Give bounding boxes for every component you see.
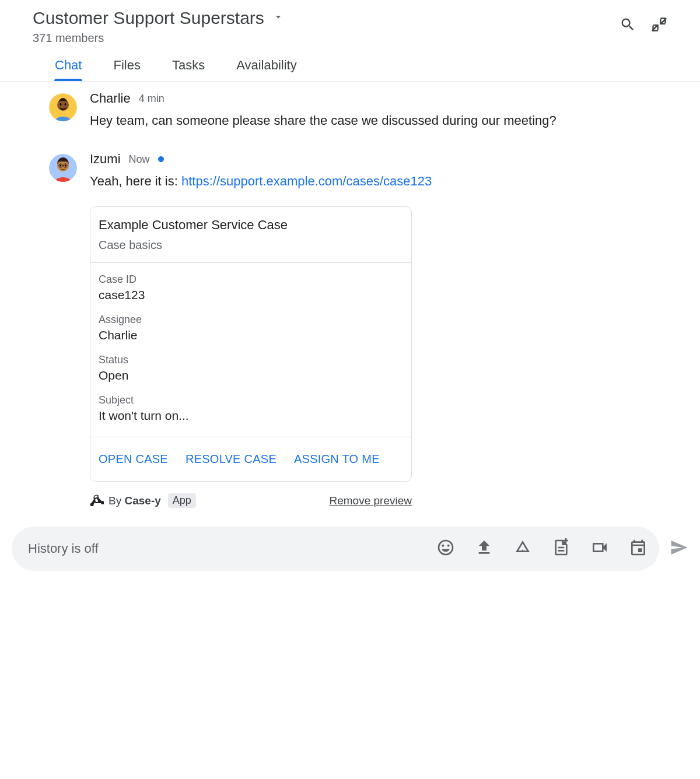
field-value: It won't turn on... <box>99 409 403 423</box>
avatar[interactable] <box>49 154 77 182</box>
card-subtitle: Case basics <box>99 238 403 252</box>
svg-point-6 <box>60 164 62 167</box>
message-list: Charlie 4 min Hey team, can someone plea… <box>0 82 700 527</box>
card-title: Example Customer Service Case <box>99 217 403 233</box>
video-call-icon[interactable] <box>590 538 609 559</box>
tab-files[interactable]: Files <box>113 58 140 81</box>
app-badge: App <box>168 493 196 508</box>
tab-availability[interactable]: Availability <box>236 58 297 81</box>
message-time: 4 min <box>139 93 164 105</box>
case-link[interactable]: https://support.example.com/cases/case12… <box>181 174 432 188</box>
by-prefix: By <box>108 494 124 507</box>
link-preview-card: Example Customer Service Case Case basic… <box>90 206 412 482</box>
calendar-icon[interactable] <box>629 538 648 559</box>
emoji-icon[interactable] <box>436 538 455 559</box>
upload-icon[interactable] <box>475 538 494 559</box>
create-doc-icon[interactable] <box>552 538 570 559</box>
svg-point-3 <box>65 103 66 106</box>
tab-tasks[interactable]: Tasks <box>172 58 205 81</box>
card-field: Subject It won't turn on... <box>99 394 403 423</box>
composer-placeholder: History is off <box>28 541 422 556</box>
member-count: 371 members <box>33 31 620 45</box>
message-time: Now <box>129 153 150 166</box>
field-value: case123 <box>99 288 403 302</box>
field-label: Subject <box>99 394 403 406</box>
message-text: Hey team, can someone please share the c… <box>90 111 603 131</box>
room-title: Customer Support Superstars <box>33 8 264 28</box>
drive-icon[interactable] <box>513 538 532 559</box>
message: Charlie 4 min Hey team, can someone plea… <box>49 91 667 131</box>
avatar[interactable] <box>49 93 77 121</box>
field-label: Status <box>99 354 403 366</box>
card-field: Case ID case123 <box>99 273 403 302</box>
open-case-button[interactable]: OPEN CASE <box>99 452 168 466</box>
card-field: Status Open <box>99 354 403 383</box>
webhook-icon <box>90 492 104 509</box>
message-author: Izumi <box>90 152 121 167</box>
assign-to-me-button[interactable]: ASSIGN TO ME <box>294 452 380 466</box>
remove-preview-link[interactable]: Remove preview <box>330 494 412 507</box>
svg-point-2 <box>60 103 62 106</box>
field-label: Assignee <box>99 314 403 326</box>
message: Izumi Now Yeah, here it is: https://supp… <box>49 152 667 509</box>
chevron-down-icon[interactable] <box>272 11 284 25</box>
room-title-row[interactable]: Customer Support Superstars <box>33 8 620 28</box>
message-author: Charlie <box>90 91 131 106</box>
message-text-prefix: Yeah, here it is: <box>90 174 181 188</box>
send-icon[interactable] <box>670 538 688 559</box>
search-icon[interactable] <box>620 16 636 35</box>
preview-meta: By Case-y App Remove preview <box>90 492 412 509</box>
svg-point-7 <box>65 164 66 167</box>
tab-bar: Chat Files Tasks Availability <box>0 45 700 82</box>
app-name: Case-y <box>124 494 160 507</box>
message-text: Yeah, here it is: https://support.exampl… <box>90 171 603 191</box>
field-value: Charlie <box>99 328 403 342</box>
field-label: Case ID <box>99 273 403 286</box>
collapse-icon[interactable] <box>651 16 667 35</box>
preview-by-text: By Case-y <box>108 494 161 507</box>
status-dot-icon <box>158 156 164 162</box>
tab-chat[interactable]: Chat <box>55 58 82 81</box>
message-composer[interactable]: History is off <box>12 527 659 571</box>
resolve-case-button[interactable]: RESOLVE CASE <box>186 452 276 466</box>
card-field: Assignee Charlie <box>99 314 403 342</box>
field-value: Open <box>99 369 403 383</box>
